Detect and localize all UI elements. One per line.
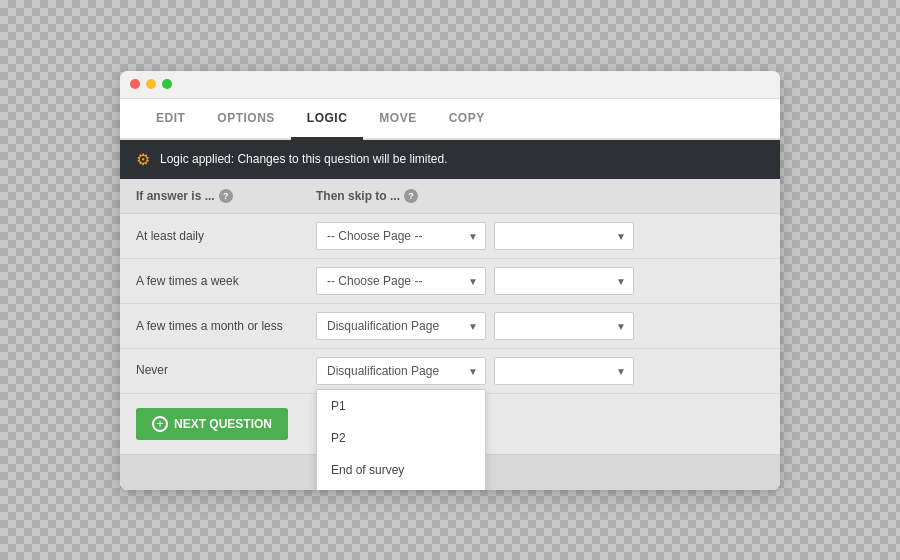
then-label: Then skip to ...	[316, 189, 400, 203]
col-if-header: If answer is ... ?	[136, 189, 316, 203]
dropdowns-1: -- Choose Page -- P1 P2 End of survey Di…	[316, 222, 764, 250]
never-row: Never -- Choose Page -- P1 P2 End of sur…	[120, 349, 780, 394]
browser-chrome	[120, 71, 780, 99]
logic-row-1: At least daily -- Choose Page -- P1 P2 E…	[120, 214, 780, 259]
if-help-icon[interactable]: ?	[219, 189, 233, 203]
dropdown-item-p1[interactable]: P1	[317, 390, 485, 422]
page-select-wrap-1: -- Choose Page -- P1 P2 End of survey Di…	[316, 222, 486, 250]
plus-icon: +	[152, 416, 168, 432]
page-select-wrap-3: -- Choose Page -- P1 P2 End of survey Di…	[316, 312, 486, 340]
panel: EDIT OPTIONS LOGIC MOVE COPY ⚙ Logic app…	[120, 99, 780, 490]
never-secondary-wrap: ▼	[494, 357, 634, 385]
secondary-select-wrap-3: ▼	[494, 312, 634, 340]
page-select-2[interactable]: -- Choose Page -- P1 P2 End of survey Di…	[316, 267, 486, 295]
logic-content: If answer is ... ? Then skip to ... ? At…	[120, 179, 780, 454]
answer-label-2: A few times a week	[136, 274, 316, 288]
dot-yellow	[146, 79, 156, 89]
dropdown-item-p2[interactable]: P2	[317, 422, 485, 454]
dot-red	[130, 79, 140, 89]
dropdown-menu: P1 P2 End of survey Disqualification Pag…	[316, 389, 486, 490]
col-then-header: Then skip to ... ?	[316, 189, 764, 203]
secondary-select-2[interactable]	[494, 267, 634, 295]
browser-frame: EDIT OPTIONS LOGIC MOVE COPY ⚙ Logic app…	[120, 71, 780, 490]
secondary-select-wrap-2: ▼	[494, 267, 634, 295]
answer-label-1: At least daily	[136, 229, 316, 243]
secondary-select-wrap-1: ▼	[494, 222, 634, 250]
tab-options[interactable]: OPTIONS	[201, 99, 291, 140]
secondary-select-1[interactable]	[494, 222, 634, 250]
logic-row-3: A few times a month or less -- Choose Pa…	[120, 304, 780, 349]
dropdown-item-end[interactable]: End of survey	[317, 454, 485, 486]
never-page-select[interactable]: -- Choose Page -- P1 P2 End of survey Di…	[316, 357, 486, 385]
dropdowns-3: -- Choose Page -- P1 P2 End of survey Di…	[316, 312, 764, 340]
warning-bar: ⚙ Logic applied: Changes to this questio…	[120, 140, 780, 179]
dropdown-item-end-label: End of survey	[331, 463, 404, 477]
tab-edit[interactable]: EDIT	[140, 99, 201, 140]
never-select-wrap: -- Choose Page -- P1 P2 End of survey Di…	[316, 357, 486, 385]
dropdown-item-disq[interactable]: Disqualification Page ✓	[317, 486, 485, 490]
page-select-wrap-2: -- Choose Page -- P1 P2 End of survey Di…	[316, 267, 486, 295]
answer-label-3: A few times a month or less	[136, 319, 316, 333]
warning-text: Logic applied: Changes to this question …	[160, 152, 448, 166]
dropdown-item-p2-label: P2	[331, 431, 346, 445]
page-select-3[interactable]: -- Choose Page -- P1 P2 End of survey Di…	[316, 312, 486, 340]
dot-green	[162, 79, 172, 89]
page-select-1[interactable]: -- Choose Page -- P1 P2 End of survey Di…	[316, 222, 486, 250]
warning-icon: ⚙	[136, 150, 150, 169]
next-question-button[interactable]: + NEXT QUESTION	[136, 408, 288, 440]
dropdowns-2: -- Choose Page -- P1 P2 End of survey Di…	[316, 267, 764, 295]
tab-copy[interactable]: COPY	[433, 99, 501, 140]
tab-move[interactable]: MOVE	[363, 99, 432, 140]
if-label: If answer is ...	[136, 189, 215, 203]
tab-logic[interactable]: LOGIC	[291, 99, 364, 140]
never-dropdowns: -- Choose Page -- P1 P2 End of survey Di…	[316, 357, 764, 385]
tab-bar: EDIT OPTIONS LOGIC MOVE COPY	[120, 99, 780, 140]
next-button-label: NEXT QUESTION	[174, 417, 272, 431]
logic-row-2: A few times a week -- Choose Page -- P1 …	[120, 259, 780, 304]
never-label: Never	[136, 357, 316, 377]
dropdown-item-p1-label: P1	[331, 399, 346, 413]
never-secondary-select[interactable]	[494, 357, 634, 385]
secondary-select-3[interactable]	[494, 312, 634, 340]
then-help-icon[interactable]: ?	[404, 189, 418, 203]
logic-header-row: If answer is ... ? Then skip to ... ?	[120, 179, 780, 214]
